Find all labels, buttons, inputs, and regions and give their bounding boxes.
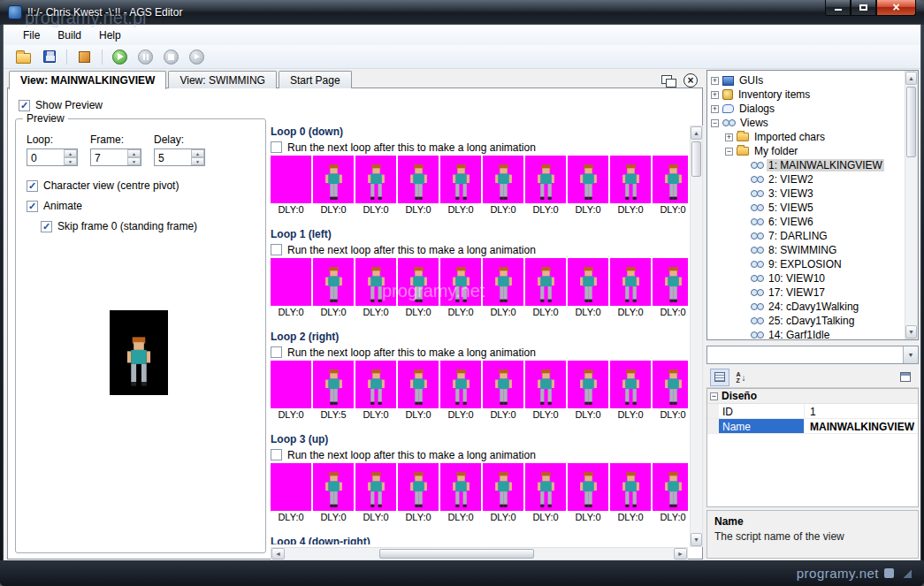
loops-horizontal-scrollbar[interactable] bbox=[271, 547, 688, 560]
frame-cell[interactable] bbox=[313, 258, 354, 306]
tree-item[interactable]: +Dialogs bbox=[707, 102, 918, 116]
tree-expander-icon[interactable]: + bbox=[711, 105, 719, 113]
tree-expander-icon[interactable]: + bbox=[711, 91, 719, 99]
frame-cell[interactable] bbox=[610, 156, 651, 203]
dropdown-arrow-icon[interactable] bbox=[903, 346, 918, 363]
frame-cell[interactable] bbox=[525, 361, 566, 408]
minimize-button[interactable] bbox=[825, 0, 851, 16]
frame-cell[interactable] bbox=[610, 463, 651, 511]
spinner-up-icon[interactable] bbox=[191, 149, 204, 157]
preview-option-checkbox[interactable] bbox=[41, 221, 52, 232]
tree-item[interactable]: 10: VIEW10 bbox=[707, 271, 918, 285]
tree-item[interactable]: 5: VIEW5 bbox=[707, 201, 918, 215]
tree-expander-icon[interactable]: + bbox=[725, 133, 733, 141]
tree-item[interactable]: 6: VIEW6 bbox=[707, 215, 918, 229]
run-next-loop-checkbox[interactable] bbox=[271, 244, 282, 255]
tree-item[interactable]: 9: EXPLOSION bbox=[707, 257, 918, 271]
close-button[interactable] bbox=[876, 0, 916, 16]
tree-item[interactable]: 1: MAINWALKINGVIEW bbox=[707, 158, 918, 172]
frame-cell[interactable] bbox=[653, 156, 688, 203]
frame-cell[interactable] bbox=[398, 156, 439, 203]
frame-cell[interactable] bbox=[568, 463, 608, 511]
frame-cell[interactable] bbox=[271, 361, 311, 408]
frame-cell[interactable] bbox=[271, 258, 311, 306]
scroll-thumb[interactable] bbox=[379, 549, 534, 559]
menu-help[interactable]: Help bbox=[90, 26, 130, 45]
tree-scrollbar[interactable] bbox=[905, 71, 918, 339]
tree-item[interactable]: 8: SWIMMING bbox=[707, 243, 918, 257]
tab-view-swimming[interactable]: View: SWIMMING bbox=[168, 71, 276, 88]
frame-cell[interactable] bbox=[440, 258, 481, 306]
menu-build[interactable]: Build bbox=[49, 26, 90, 45]
categorized-button[interactable] bbox=[710, 369, 729, 386]
frame-cell[interactable] bbox=[355, 361, 396, 408]
frame-cell[interactable] bbox=[398, 463, 439, 511]
frame-cell[interactable] bbox=[440, 156, 481, 203]
frame-cell[interactable] bbox=[525, 463, 566, 511]
frame-cell[interactable] bbox=[610, 258, 651, 306]
loops-vertical-scrollbar[interactable] bbox=[690, 126, 703, 547]
scroll-thumb[interactable] bbox=[691, 141, 701, 177]
scroll-left-button[interactable] bbox=[271, 548, 285, 559]
scroll-thumb[interactable] bbox=[906, 87, 916, 157]
resize-grip[interactable] bbox=[903, 569, 912, 578]
scroll-up-button[interactable] bbox=[691, 126, 702, 140]
frame-cell[interactable] bbox=[313, 156, 354, 203]
tree-item[interactable]: 2: VIEW2 bbox=[707, 172, 918, 186]
frame-cell[interactable] bbox=[568, 156, 608, 203]
frame-cell[interactable] bbox=[653, 258, 688, 306]
titlebar[interactable]: !!:/- Chris Kwest -\:!! - AGS Editor bbox=[0, 0, 924, 25]
spinner-input[interactable]: 5 bbox=[154, 148, 205, 166]
show-preview-checkbox[interactable] bbox=[19, 100, 30, 111]
frame-cell[interactable] bbox=[525, 156, 566, 203]
category-collapse-icon[interactable] bbox=[710, 392, 718, 400]
open-button[interactable] bbox=[12, 47, 34, 66]
tree-expander-icon[interactable]: − bbox=[725, 148, 733, 156]
tree-item[interactable]: 25: cDavy1Talking bbox=[707, 314, 918, 328]
frame-cell[interactable] bbox=[483, 258, 523, 306]
property-object-dropdown[interactable] bbox=[706, 346, 919, 364]
spinner-input[interactable]: 0 bbox=[27, 148, 78, 166]
alphabetical-button[interactable] bbox=[731, 369, 751, 386]
frame-cell[interactable] bbox=[313, 463, 354, 511]
frame-cell[interactable] bbox=[483, 463, 523, 511]
spinner-down-icon[interactable] bbox=[64, 157, 77, 165]
run-next-loop-checkbox[interactable] bbox=[271, 449, 282, 460]
frame-cell[interactable] bbox=[525, 258, 566, 306]
property-row[interactable]: ID1 bbox=[707, 404, 918, 419]
tree-item[interactable]: +GUIs bbox=[707, 73, 918, 88]
frame-cell[interactable] bbox=[483, 156, 523, 203]
tree-expander-icon[interactable]: + bbox=[711, 77, 719, 85]
scroll-down-button[interactable] bbox=[905, 325, 917, 339]
spinner-down-icon[interactable] bbox=[127, 157, 141, 165]
run-next-loop-checkbox[interactable] bbox=[271, 141, 282, 153]
frame-cell[interactable] bbox=[398, 361, 439, 408]
tree-item[interactable]: 24: cDavy1Walking bbox=[707, 300, 918, 314]
frame-cell[interactable] bbox=[483, 361, 523, 408]
frame-cell[interactable] bbox=[568, 361, 608, 408]
spinner-input[interactable]: 7 bbox=[90, 148, 141, 166]
step-button[interactable] bbox=[186, 47, 208, 66]
window-list-icon[interactable] bbox=[661, 75, 676, 87]
preview-option-checkbox[interactable] bbox=[27, 201, 38, 212]
frame-cell[interactable] bbox=[653, 463, 688, 511]
spinner-up-icon[interactable] bbox=[64, 149, 77, 157]
tree-item[interactable]: +Imported chars bbox=[707, 130, 918, 144]
spinner-up-icon[interactable] bbox=[127, 149, 141, 157]
frame-cell[interactable] bbox=[355, 463, 396, 511]
frame-cell[interactable] bbox=[440, 463, 481, 511]
frame-cell[interactable] bbox=[398, 258, 439, 306]
frame-cell[interactable] bbox=[610, 361, 651, 408]
run-button[interactable] bbox=[109, 47, 131, 66]
tree-item[interactable]: +Inventory items bbox=[707, 88, 918, 102]
frame-cell[interactable] bbox=[313, 361, 354, 408]
frame-cell[interactable] bbox=[355, 156, 396, 203]
frame-cell[interactable] bbox=[271, 156, 311, 203]
property-pages-button[interactable] bbox=[896, 369, 915, 386]
run-next-loop-checkbox[interactable] bbox=[271, 346, 282, 358]
tab-start-page[interactable]: Start Page bbox=[279, 71, 352, 88]
tree-item[interactable]: −Views bbox=[707, 116, 918, 130]
close-tab-icon[interactable] bbox=[683, 73, 698, 88]
property-row[interactable]: NameMAINWALKINGVIEW bbox=[707, 419, 918, 434]
tree-item[interactable]: −My folder bbox=[707, 144, 918, 158]
